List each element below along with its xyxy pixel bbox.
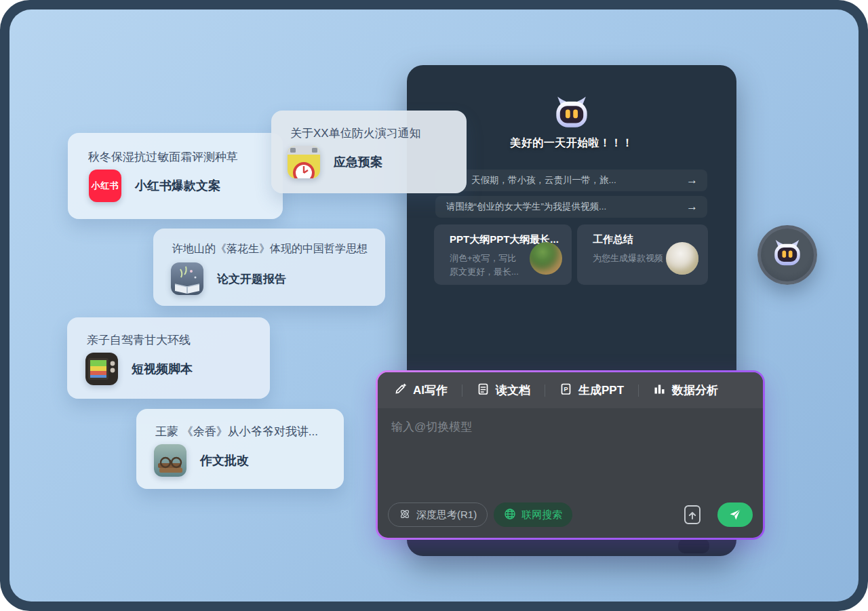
divider xyxy=(545,385,545,397)
divider xyxy=(462,385,462,397)
robot-mascot-icon xyxy=(552,94,591,133)
bar-chart-icon xyxy=(653,382,666,399)
deep-think-toggle[interactable]: 深度思考(R1) xyxy=(388,502,488,527)
send-button[interactable] xyxy=(717,502,753,527)
usecase-title: 关于XX单位防火演习通知 xyxy=(290,125,421,141)
grass-person-avatar xyxy=(530,242,562,275)
suggestion-card-ppt-outline[interactable]: PPT大纲PPT大纲最长... 润色+改写，写比 原文更好，最长... xyxy=(434,224,572,285)
usecase-title: 许地山的《落花生》体现的中国哲学思想 xyxy=(172,242,368,256)
chat-composer: AI写作 读文档 xyxy=(376,370,765,540)
retro-tv-icon xyxy=(85,353,118,385)
message-input[interactable] xyxy=(378,408,763,498)
atom-icon xyxy=(399,508,411,522)
usecase-card-emergency-plan[interactable]: 关于XX单位防火演习通知 应急预案 xyxy=(271,111,467,193)
open-book-icon xyxy=(171,262,203,295)
usecase-card-short-video-script[interactable]: 亲子自驾青甘大环线 短视频脚本 xyxy=(67,317,270,399)
tab-data-analysis[interactable]: 数据分析 xyxy=(653,382,718,399)
partially-hidden-button[interactable] xyxy=(678,538,709,553)
ppt-file-icon: P xyxy=(559,382,572,399)
suggestion-card-title: 工作总结 xyxy=(593,233,633,246)
usecase-card-thesis-proposal[interactable]: 许地山的《落花生》体现的中国哲学思想 论文开题报告 xyxy=(153,229,385,306)
app-screenshot: 美好的一天开始啦！！！ 天假期，带小孩，云贵川一带，旅... → 请围绕“创业的… xyxy=(0,0,868,611)
tab-generate-ppt[interactable]: P 生成PPT xyxy=(559,382,624,399)
usecase-label: 小红书爆款文案 xyxy=(135,178,220,194)
background-scene: 美好的一天开始啦！！！ 天假期，带小孩，云贵川一带，旅... → 请围绕“创业的… xyxy=(9,9,859,602)
usecase-title: 亲子自驾青甘大环线 xyxy=(87,332,191,348)
usecase-card-essay-review[interactable]: 王蒙 《余香》从小爷爷对我讲... 作文批改 xyxy=(136,409,344,489)
books-glasses-icon xyxy=(154,444,186,477)
divider xyxy=(638,385,639,397)
assistant-launcher-button[interactable] xyxy=(757,225,817,285)
svg-text:P: P xyxy=(564,386,568,393)
usecase-label: 短视频脚本 xyxy=(132,361,193,377)
usecase-label: 应急预案 xyxy=(334,154,382,170)
usecase-title: 秋冬保湿抗过敏面霜评测种草 xyxy=(88,149,238,165)
suggestion-card-work-summary[interactable]: 工作总结 为您生成爆款视频 xyxy=(577,224,708,285)
arrow-right-icon: → xyxy=(686,174,698,187)
usecase-card-xiaohongshu[interactable]: 秋冬保湿抗过敏面霜评测种草 小红书 小红书爆款文案 xyxy=(68,133,283,219)
suggestion-input-2[interactable]: 请围绕“创业的女大学生”为我提供视频... → xyxy=(435,196,707,218)
xiaohongshu-icon: 小红书 xyxy=(89,170,121,202)
usecase-title: 王蒙 《余香》从小爷爷对我讲... xyxy=(155,424,318,439)
arrow-right-icon: → xyxy=(686,200,698,214)
usecase-label: 论文开题报告 xyxy=(217,271,286,287)
upload-file-button[interactable] xyxy=(682,502,703,527)
document-icon xyxy=(477,382,490,399)
robot-mascot-icon xyxy=(771,237,804,273)
tab-read-document[interactable]: 读文档 xyxy=(477,382,530,399)
suggestion-input-2-text: 请围绕“创业的女大学生”为我提供视频... xyxy=(435,201,606,213)
web-search-toggle[interactable]: 联网搜索 xyxy=(494,502,572,527)
suggestion-card-subtitle: 润色+改写，写比 原文更好，最长... xyxy=(450,252,536,279)
baby-avatar xyxy=(666,242,698,275)
composer-toolbar: AI写作 读文档 xyxy=(378,372,763,408)
suggestion-input-1[interactable]: 天假期，带小孩，云贵川一带，旅... → xyxy=(435,170,707,191)
pen-sparkle-icon xyxy=(394,382,407,399)
usecase-label: 作文批改 xyxy=(200,452,249,469)
globe-icon xyxy=(504,508,516,522)
tab-ai-writing[interactable]: AI写作 xyxy=(394,382,448,399)
composer-actions: 深度思考(R1) 联网搜索 xyxy=(388,502,753,528)
fire-truck-icon xyxy=(288,146,320,178)
